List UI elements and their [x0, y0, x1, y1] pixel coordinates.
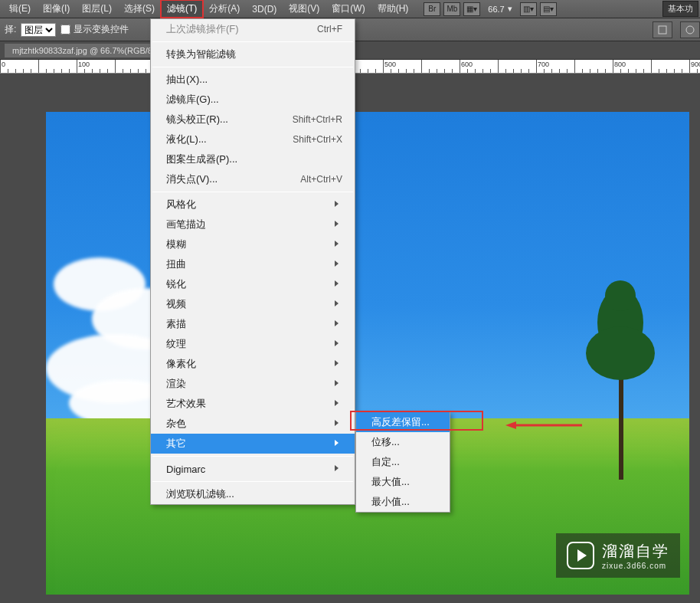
watermark-subtitle: zixue.3d66.com [602, 562, 669, 570]
play-icon [567, 542, 594, 569]
submenu-arrow-icon [335, 360, 342, 368]
submenu-item-maximum[interactable]: 最大值... [356, 472, 450, 492]
svg-point-1 [686, 26, 694, 34]
menu-item-brush-strokes[interactable]: 画笔描边 [151, 215, 355, 234]
submenu-item-high-pass[interactable]: 高反差保留... [356, 412, 450, 432]
transform-checkbox-label: 显示变换控件 [74, 23, 129, 36]
submenu-item-custom[interactable]: 自定... [356, 452, 450, 472]
opt-icon-1[interactable] [653, 21, 672, 38]
menu-view[interactable]: 视图(V) [283, 0, 325, 18]
opt-icon-2[interactable] [680, 21, 700, 38]
menu-item-last-filter[interactable]: 上次滤镜操作(F) Ctrl+F [151, 19, 355, 39]
layer-select[interactable]: 图层 [21, 23, 56, 37]
menu-image[interactable]: 图像(I) [37, 0, 76, 18]
document-tab[interactable]: mjtzhtk90833zaf.jpg @ 66.7%(RGB/8 [5, 44, 160, 57]
menu-item-sketch[interactable]: 素描 [151, 314, 355, 334]
submenu-arrow-icon [335, 261, 342, 268]
submenu-arrow-icon [335, 400, 342, 408]
watermark-title: 溜溜自学 [602, 542, 669, 559]
menu-item-pattern-maker[interactable]: 图案生成器(P)... [151, 149, 355, 169]
menu-item-blur[interactable]: 模糊 [151, 234, 355, 254]
transform-checkbox[interactable] [61, 25, 70, 34]
menu-window[interactable]: 窗口(W) [325, 0, 371, 18]
menu-analysis[interactable]: 分析(A) [203, 0, 246, 18]
submenu-arrow-icon [335, 221, 342, 228]
submenu-arrow-icon [335, 280, 342, 288]
menu-item-lens-correction[interactable]: 镜头校正(R)...Shift+Ctrl+R [151, 110, 355, 129]
menu-item-smart-filter[interactable]: 转换为智能滤镜 [151, 44, 355, 64]
options-label: 择: [5, 23, 16, 36]
menu-item-distort[interactable]: 扭曲 [151, 254, 355, 274]
show-transform-controls[interactable]: 显示变换控件 [61, 23, 129, 36]
menu-edit[interactable]: 辑(E) [3, 0, 37, 18]
menu-item-digimarc[interactable]: Digimarc [151, 459, 355, 479]
minibridge-icon[interactable]: Mb [443, 2, 460, 16]
filter-menu: 上次滤镜操作(F) Ctrl+F 转换为智能滤镜 抽出(X)... 滤镜库(G)… [150, 18, 355, 505]
menu-item-render[interactable]: 渲染 [151, 374, 355, 394]
submenu-arrow-icon [335, 241, 342, 248]
submenu-item-minimum[interactable]: 最小值... [356, 492, 450, 512]
menu-filter[interactable]: 滤镜(T) [161, 0, 203, 18]
submenu-arrow-icon [335, 340, 342, 348]
submenu-arrow-icon [335, 380, 342, 388]
image-tree [582, 280, 659, 480]
menu-item-filter-gallery[interactable]: 滤镜库(G)... [151, 90, 355, 110]
menu-3d[interactable]: 3D(D) [246, 2, 283, 17]
submenu-arrow-icon [335, 201, 342, 208]
other-submenu: 高反差保留... 位移... 自定... 最大值... 最小值... [355, 411, 450, 513]
zoom-value: 66.7 [488, 5, 504, 14]
submenu-arrow-icon [335, 420, 342, 428]
submenu-arrow-icon [335, 300, 342, 308]
zoom-level[interactable]: 66.7 ▾ [482, 4, 518, 14]
menu-item-browse-online[interactable]: 浏览联机滤镜... [151, 484, 355, 504]
submenu-arrow-icon [335, 440, 342, 447]
submenu-arrow-icon [335, 465, 342, 473]
menu-help[interactable]: 帮助(H) [371, 0, 415, 18]
zoom-dropdown-icon: ▾ [508, 4, 512, 14]
menu-item-texture[interactable]: 纹理 [151, 334, 355, 354]
workspace-button[interactable]: 基本功 [662, 1, 698, 17]
menu-select[interactable]: 选择(S) [118, 0, 161, 18]
screen-mode-icon[interactable]: ▦▾ [463, 2, 480, 16]
menu-item-other[interactable]: 其它 [151, 434, 355, 454]
view-extras-icon[interactable]: ▥▾ [520, 2, 537, 16]
submenu-item-offset[interactable]: 位移... [356, 432, 450, 452]
watermark: 溜溜自学 zixue.3d66.com [556, 533, 680, 578]
menu-layer[interactable]: 图层(L) [76, 0, 118, 18]
submenu-arrow-icon [335, 320, 342, 328]
arrange-icon[interactable]: ▤▾ [540, 2, 557, 16]
menu-item-extract[interactable]: 抽出(X)... [151, 70, 355, 90]
menu-item-video[interactable]: 视频 [151, 294, 355, 314]
menu-item-liquify[interactable]: 液化(L)...Shift+Ctrl+X [151, 129, 355, 149]
menu-item-artistic[interactable]: 艺术效果 [151, 394, 355, 414]
menu-item-stylize[interactable]: 风格化 [151, 195, 355, 215]
svg-rect-0 [659, 26, 666, 34]
bridge-icon[interactable]: Br [424, 2, 440, 16]
document-canvas[interactable]: 溜溜自学 zixue.3d66.com [46, 112, 689, 595]
menu-item-pixelate[interactable]: 像素化 [151, 354, 355, 374]
menu-item-sharpen[interactable]: 锐化 [151, 274, 355, 294]
menubar: 辑(E) 图像(I) 图层(L) 选择(S) 滤镜(T) 分析(A) 3D(D)… [0, 0, 700, 18]
menu-item-vanishing-point[interactable]: 消失点(V)...Alt+Ctrl+V [151, 169, 355, 189]
menu-item-noise[interactable]: 杂色 [151, 414, 355, 434]
